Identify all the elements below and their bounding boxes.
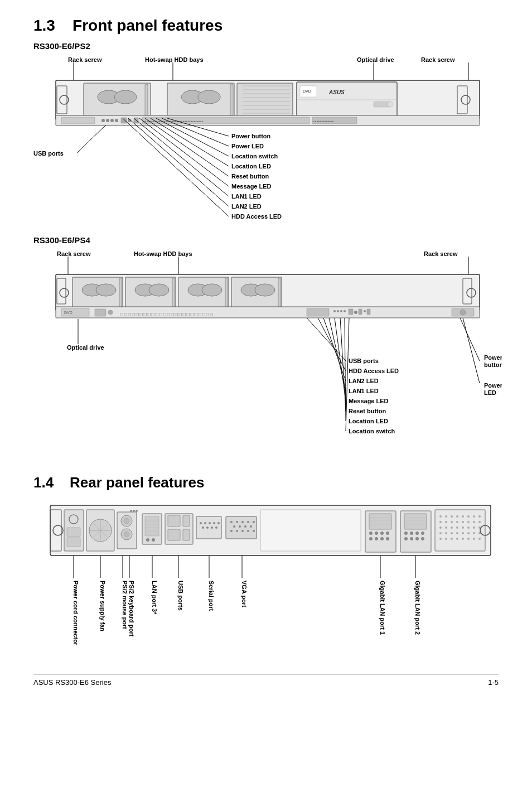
label-lan1-led: LAN1 LED [231, 193, 262, 200]
svg-point-219 [439, 532, 442, 534]
svg-point-193 [421, 537, 424, 540]
svg-point-83 [108, 310, 113, 315]
label-rack-screw-right-ps4: Rack screw [424, 250, 458, 257]
svg-point-173 [369, 532, 373, 535]
label-location-led-ps4: Location LED [349, 418, 388, 424]
footer-left: ASUS RS300-E6 Series [33, 678, 111, 687]
svg-point-211 [439, 526, 442, 529]
label-rack-screw-left: Rack screw [68, 56, 102, 63]
svg-point-67 [149, 284, 169, 296]
svg-rect-10 [145, 84, 148, 115]
svg-rect-76 [278, 278, 280, 307]
svg-point-215 [462, 526, 464, 529]
svg-point-231 [462, 538, 464, 540]
svg-point-145 [209, 522, 211, 524]
svg-point-188 [415, 532, 419, 535]
label-power-button-ps4-2: button [484, 361, 502, 368]
svg-point-37 [115, 119, 118, 122]
svg-point-75 [255, 284, 275, 296]
label-lan1-led-ps4: LAN1 LED [349, 388, 379, 394]
svg-point-222 [456, 532, 458, 534]
ps2-diagram-wrapper: Rack screw Hot-swap HDD bays Optical dri… [33, 55, 499, 230]
svg-point-34 [101, 119, 105, 122]
section-title-text: Front panel features [72, 17, 223, 34]
svg-text:▪▪▪▪▪▪▪▪▪▪▪▪▪: ▪▪▪▪▪▪▪▪▪▪▪▪▪ [313, 119, 334, 124]
svg-point-197 [451, 515, 453, 518]
svg-point-187 [410, 532, 413, 535]
svg-point-212 [445, 526, 447, 529]
svg-point-190 [404, 537, 408, 540]
section-13: 1.3 Front panel features RS300-E6/PS2 Ra… [33, 17, 499, 457]
svg-point-127 [133, 510, 135, 512]
svg-point-9 [114, 90, 137, 104]
label-hot-swap: Hot-swap HDD bays [145, 56, 204, 63]
svg-point-148 [202, 526, 204, 529]
label-power-led-ps4-2: LED [484, 389, 496, 396]
svg-point-174 [375, 532, 378, 535]
svg-rect-182 [404, 514, 427, 529]
svg-point-208 [467, 521, 470, 523]
svg-rect-167 [260, 510, 361, 551]
asus-logo-ps2: ASUS [328, 89, 345, 95]
svg-point-163 [236, 530, 238, 532]
svg-point-162 [230, 530, 233, 532]
svg-point-209 [473, 521, 475, 523]
label-usb-ports-ps4: USB ports [349, 357, 379, 364]
svg-point-234 [478, 538, 481, 540]
svg-rect-90 [349, 309, 353, 315]
label-usb-ports-rear: USB ports [177, 581, 184, 611]
label-optical-drive-ps4: Optical drive [67, 344, 104, 351]
svg-rect-33 [61, 117, 95, 124]
svg-point-201 [473, 515, 475, 518]
svg-line-50 [145, 118, 229, 176]
svg-point-206 [456, 521, 458, 523]
svg-rect-15 [237, 83, 293, 117]
svg-point-216 [467, 526, 470, 529]
ps4-diagram-svg: Rack screw Hot-swap HDD bays Rack screw [33, 249, 502, 456]
svg-rect-194 [435, 510, 485, 551]
label-power-button-ps4: Power [484, 354, 502, 361]
section-number: 1.3 [33, 17, 55, 34]
svg-point-228 [445, 538, 447, 540]
label-ps2-keyboard: PS/2 keyboard port [128, 581, 135, 637]
label-ps2-mouse: PS/2 mouse port [122, 581, 128, 629]
svg-point-93 [364, 310, 366, 312]
section-13-title: 1.3 Front panel features [33, 17, 499, 35]
svg-point-147 [217, 522, 220, 524]
svg-rect-140 [168, 529, 180, 540]
svg-line-100 [323, 318, 346, 381]
svg-rect-142 [196, 516, 221, 539]
svg-rect-114 [67, 538, 80, 547]
svg-point-13 [198, 90, 220, 104]
section-14-number: 1.4 [33, 474, 54, 491]
label-gigabit-lan2: Gigabit LAN port 2 [414, 581, 421, 635]
svg-point-220 [445, 532, 447, 534]
label-rack-screw-left-ps4: Rack screw [57, 250, 91, 257]
svg-point-164 [241, 530, 244, 532]
svg-point-221 [451, 532, 453, 534]
svg-line-98 [307, 318, 346, 361]
label-serial-port: Serial port [208, 581, 215, 611]
svg-rect-130 [145, 516, 159, 536]
label-hdd-access-led: HDD Access LED [231, 213, 282, 220]
svg-point-204 [445, 521, 447, 523]
svg-rect-94 [367, 309, 370, 315]
svg-point-125 [124, 532, 129, 537]
svg-point-71 [202, 284, 222, 296]
svg-rect-64 [119, 278, 122, 307]
svg-point-87 [337, 310, 339, 312]
label-location-led: Location LED [231, 163, 271, 170]
label-message-led-ps4: Message LED [349, 398, 389, 404]
svg-rect-141 [183, 529, 190, 540]
svg-point-89 [344, 310, 346, 312]
svg-point-136 [152, 538, 155, 542]
svg-point-154 [236, 521, 238, 523]
svg-rect-79 [56, 307, 480, 318]
section-14-title: 1.4 Rear panel features [33, 474, 499, 491]
svg-point-88 [340, 310, 342, 312]
label-rack-screw-right-ps2: Rack screw [421, 56, 455, 63]
label-power-button: Power button [231, 133, 271, 139]
label-power-fan: Power supply fan [99, 581, 106, 631]
section-14-title-text: Rear panel features [70, 474, 204, 491]
svg-line-107 [463, 318, 480, 383]
